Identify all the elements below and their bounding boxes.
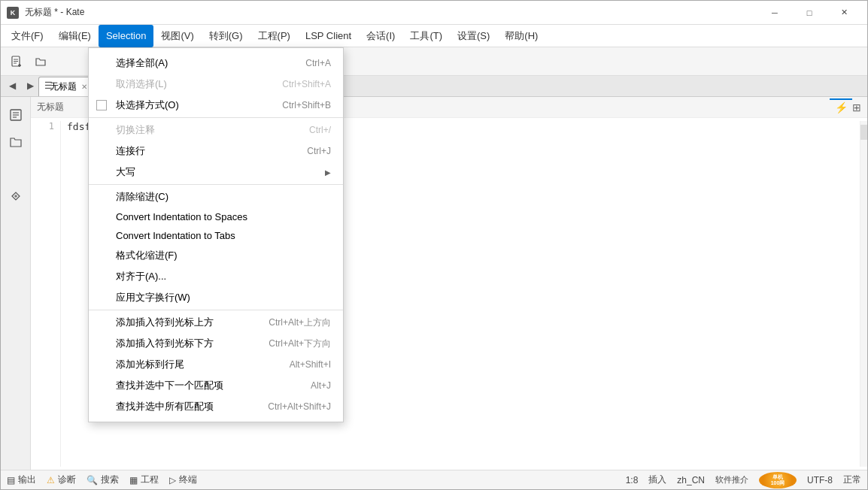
menu-align[interactable]: 对齐于(A)... [89,266,343,287]
status-terminal[interactable]: ▷ 终端 [169,473,197,486]
add-cursor-below-label: 添加插入符到光标下方 [116,337,253,350]
add-cursor-eol-label: 添加光标到行尾 [116,358,275,371]
menu-file[interactable]: 文件(F) [4,25,51,47]
menu-find-select-next[interactable]: 查找并选中下一个匹配项 Alt+J [89,375,343,396]
status-bar: ▤ 输出 ⚠ 诊断 🔍 搜索 ▦ 工程 ▷ 终端 1:8 插入 zh_C [1,470,867,489]
menu-format-indent[interactable]: 格式化缩进(F) [89,245,343,266]
open-file-button[interactable] [29,51,52,72]
terminal-icon: ▷ [169,475,176,485]
word-wrap-label: 应用文字换行(W) [116,291,331,304]
find-select-next-label: 查找并选中下一个匹配项 [116,379,296,392]
terminal-label: 终端 [179,473,197,486]
align-label: 对齐于(A)... [116,270,331,283]
menu-join-lines[interactable]: 连接行 Ctrl+J [89,141,343,162]
menu-tools[interactable]: 工具(T) [402,25,450,47]
block-select-label: 块选择方式(O) [116,98,267,112]
indent-to-tabs-label: Convert Indentation to Tabs [116,230,331,241]
menu-goto[interactable]: 转到(G) [202,25,250,47]
close-button[interactable]: ✕ [827,1,861,25]
minimize-button[interactable]: ─ [757,1,792,25]
menu-section-3: 清除缩进(C) Convert Indentation to Spaces Co… [89,185,343,310]
menu-toggle-comment[interactable]: 切换注释 Ctrl+/ [89,119,343,141]
watermark-logo: 单机100网 [759,472,797,488]
menu-block-select[interactable]: 块选择方式(O) Ctrl+Shift+B [89,95,343,116]
sidebar-vcs-button[interactable] [4,157,28,181]
block-select-shortcut: Ctrl+Shift+B [282,100,331,110]
insert-mode-label: 插入 [648,473,666,486]
minimap-scrollbar[interactable] [860,121,867,467]
tab-close-icon[interactable]: ✕ [81,83,87,91]
encoding-label: UTF-8 [807,475,833,485]
menu-section-2: 切换注释 Ctrl+/ 连接行 Ctrl+J 大写 ▶ [89,118,343,185]
sidebar-filebrowser-button[interactable] [4,130,28,154]
menu-clear-indent[interactable]: 清除缩进(C) [89,186,343,207]
language-label: zh_CN [677,475,705,485]
diagnostics-label: 诊断 [58,473,76,486]
menu-add-cursor-above[interactable]: 添加插入符到光标上方 Ctrl+Alt+上方向 [89,312,343,333]
format-indent-label: 格式化缩进(F) [116,249,331,262]
tab-prev-button[interactable]: ◀ [4,77,20,94]
select-all-label: 选择全部(A) [116,56,290,70]
sidebar-documents-button[interactable] [4,103,28,127]
menu-deselect[interactable]: 取消选择(L) Ctrl+Shift+A [89,74,343,95]
menu-add-cursor-below[interactable]: 添加插入符到光标下方 Ctrl+Alt+下方向 [89,333,343,354]
menu-selection[interactable]: Selection [99,25,153,47]
menu-section-1: 选择全部(A) Ctrl+A 取消选择(L) Ctrl+Shift+A 块选择方… [89,51,343,118]
menu-lsp[interactable]: LSP Client [298,25,359,47]
add-cursor-above-shortcut: Ctrl+Alt+上方向 [269,316,331,329]
find-select-all-label: 查找并选中所有匹配项 [116,400,253,413]
menu-word-wrap[interactable]: 应用文字换行(W) [89,287,343,308]
join-lines-label: 连接行 [116,144,292,158]
app-icon: K [7,7,19,19]
find-select-all-shortcut: Ctrl+Alt+Shift+J [268,401,331,412]
add-cursor-below-shortcut: Ctrl+Alt+下方向 [269,337,331,350]
menu-project[interactable]: 工程(P) [250,25,298,47]
find-select-next-shortcut: Alt+J [311,380,331,391]
sidebar-plugin-button[interactable] [4,184,28,208]
deselect-shortcut: Ctrl+Shift+A [282,79,331,89]
window-title: 无标题 * - Kate [25,6,84,19]
project-icon: ▦ [129,475,138,485]
status-right: 1:8 插入 zh_CN 软件推介 单机100网 UTF-8 正常 [626,472,861,488]
status-label: 正常 [843,473,861,486]
title-bar-controls: ─ □ ✕ [757,1,861,25]
scroll-indicator [860,125,867,140]
lightning-icon: ⚡ [835,101,848,113]
toggle-comment-shortcut: Ctrl+/ [309,125,331,135]
menu-view[interactable]: 视图(V) [153,25,201,47]
status-output[interactable]: ▤ 输出 [7,473,36,486]
project-label: 工程 [141,473,159,486]
add-cursor-above-label: 添加插入符到光标上方 [116,316,253,329]
tab-next-button[interactable]: ▶ [22,77,38,94]
search-icon: 🔍 [86,475,98,485]
status-project[interactable]: ▦ 工程 [129,473,159,486]
menu-uppercase[interactable]: 大写 ▶ [89,162,343,183]
menu-select-all[interactable]: 选择全部(A) Ctrl+A [89,53,343,74]
menu-indent-to-spaces[interactable]: Convert Indentation to Spaces [89,207,343,226]
uppercase-label: 大写 [116,165,325,179]
output-label: 输出 [18,473,36,486]
status-search[interactable]: 🔍 搜索 [86,473,119,486]
title-bar: K 无标题 * - Kate ─ □ ✕ [1,1,867,25]
new-file-button[interactable] [5,51,28,72]
title-bar-left: K 无标题 * - Kate [7,6,84,19]
breadcrumb-filename: 无标题 [37,101,64,113]
menu-session[interactable]: 会话(I) [359,25,402,47]
tab-menu-button[interactable]: ☰ [40,77,56,94]
sidebar [1,97,31,470]
watermark-text: 单机100网 [771,474,785,485]
status-left: ▤ 输出 ⚠ 诊断 🔍 搜索 ▦ 工程 ▷ 终端 [7,473,197,486]
maximize-button[interactable]: □ [792,1,827,25]
menu-add-cursor-eol[interactable]: 添加光标到行尾 Alt+Shift+I [89,354,343,375]
menu-settings[interactable]: 设置(S) [450,25,497,47]
menu-find-select-all[interactable]: 查找并选中所有匹配项 Ctrl+Alt+Shift+J [89,396,343,417]
join-lines-shortcut: Ctrl+J [307,146,331,156]
status-diagnostics[interactable]: ⚠ 诊断 [47,473,76,486]
menu-edit[interactable]: 编辑(E) [51,25,99,47]
panel-toggle-icon[interactable]: ⊞ [852,101,861,113]
menu-indent-to-tabs[interactable]: Convert Indentation to Tabs [89,226,343,245]
deselect-label: 取消选择(L) [116,77,267,91]
editor-right-icons: ⚡ ⊞ [835,101,861,113]
menu-help[interactable]: 帮助(H) [497,25,545,47]
software-info: 软件推介 [715,474,748,485]
